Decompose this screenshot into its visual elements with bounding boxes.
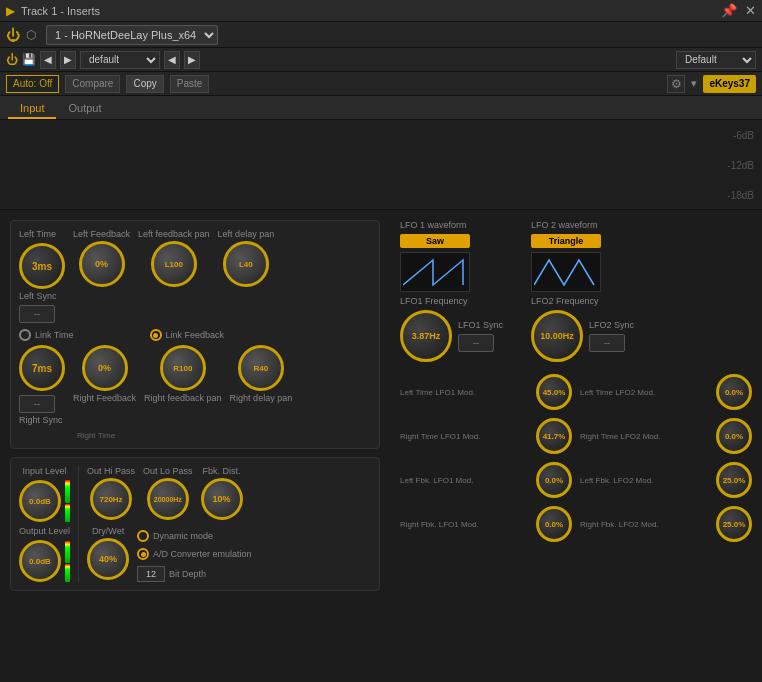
right-feedback-label: Right Feedback [73,393,136,403]
left-sync-label: Left Sync [19,291,57,301]
auto-button[interactable]: Auto: Off [6,75,59,93]
input-level-label: Input Level [23,466,67,476]
tab-output[interactable]: Output [56,99,113,119]
lfo-section: LFO 1 waveform Saw LFO1 Frequency 3.87Hz [400,220,752,362]
right-time-lfo1-knob[interactable]: 41.7% [536,418,572,454]
chevron-icon[interactable]: ▾ [691,77,697,90]
lfo2-waveform-label: LFO 2 waveform [531,220,634,230]
right-time-lfo1-mod: Right Time LFO1 Mod. 41.7% [400,418,572,454]
ekeys-badge[interactable]: eKeys37 [703,75,756,93]
left-feedback-knob[interactable]: 0% [79,241,125,287]
left-time-lfo2-knob[interactable]: 0.0% [716,374,752,410]
paste-button[interactable]: Paste [170,75,210,93]
lfo2-waveform-button[interactable]: Triangle [531,234,601,248]
link-feedback-item[interactable]: Link Feedback [150,329,225,341]
link-feedback-radio[interactable] [150,329,162,341]
lfo1-waveform-label: LFO 1 waveform [400,220,503,230]
save-icon[interactable]: 💾 [22,53,36,66]
link-row: Link Time Link Feedback [19,329,371,341]
mod-matrix: Left Time LFO1 Mod. 45.0% Left Time LFO2… [400,374,752,542]
ad-converter-radio[interactable] [137,548,149,560]
output-level-knob[interactable]: 0.0dB [19,540,61,582]
fbkdist-knob[interactable]: 10% [201,478,243,520]
left-delay-pan-label: Left delay pan [218,229,275,239]
title-bar: ▶ Track 1 - Inserts 📌 ✕ [0,0,762,22]
left-delay-pan-knob[interactable]: L40 [223,241,269,287]
left-time-knob[interactable]: 3ms [19,243,65,289]
power-icon[interactable]: ⏻ [6,27,20,43]
link-time-label: Link Time [35,330,74,340]
left-time-lfo1-knob[interactable]: 45.0% [536,374,572,410]
mode-group: Dynamic mode A/D Converter emulation Bit… [137,530,252,582]
lfo1-waveform-button[interactable]: Saw [400,234,470,248]
right-fbk-lfo1-label: Right Fbk. LFO1 Mod. [400,520,530,529]
gear-button[interactable]: ⚙ [667,75,685,93]
left-fbk-lfo1-knob[interactable]: 0.0% [536,462,572,498]
lfo2-freq-knob[interactable]: 10.00Hz [531,310,583,362]
tab-input[interactable]: Input [8,99,56,119]
link-time-item[interactable]: Link Time [19,329,74,341]
toolbar2: ⏻ 💾 ◀ ▶ default ◀ ▶ Default [0,48,762,72]
left-time-lfo1-mod: Left Time LFO1 Mod. 45.0% [400,374,572,410]
hipass-knob[interactable]: 720Hz [90,478,132,520]
left-sync-display[interactable]: -- [19,305,55,323]
right-feedback-knob[interactable]: 0% [82,345,128,391]
right-delay-pan-knob[interactable]: R40 [238,345,284,391]
prev-preset-button[interactable]: ◀ [40,51,56,69]
copy-button[interactable]: Copy [126,75,163,93]
ad-converter-item[interactable]: A/D Converter emulation [137,548,252,560]
divider1 [78,466,79,582]
power2-icon[interactable]: ⏻ [6,53,18,67]
plugin-select[interactable]: 1 - HoRNetDeeLay Plus_x64 [46,25,218,45]
left-fbk-lfo2-label: Left Fbk. LFO2 Mod. [580,476,710,485]
left-time-group: Left Time 3ms Left Sync -- [19,229,65,323]
meter-db18-label: -18dB [727,190,754,201]
lopass-knob[interactable]: 20000Hz [147,478,189,520]
preset-select-left[interactable]: default [80,51,160,69]
lfo2-freq-row: 10.00Hz LFO2 Sync -- [531,310,634,362]
input-level-group: Input Level 0.0dB Output Level 0.0dB [19,466,70,582]
dynamic-mode-radio[interactable] [137,530,149,542]
lfo2-wf-controls: Triangle [531,234,601,292]
right-time-knob[interactable]: 7ms [19,345,65,391]
right-time-lfo2-mod: Right Time LFO2 Mod. 0.0% [580,418,752,454]
right-panel: LFO 1 waveform Saw LFO1 Frequency 3.87Hz [390,210,762,682]
lfo1-sync-display[interactable]: -- [458,334,494,352]
drywet-knob[interactable]: 40% [87,538,129,580]
lfo1-freq-knob[interactable]: 3.87Hz [400,310,452,362]
delay-section: Left Time 3ms Left Sync -- Left Feedback… [10,220,380,449]
lfo1-group: LFO 1 waveform Saw LFO1 Frequency 3.87Hz [400,220,503,362]
compare-button[interactable]: Compare [65,75,120,93]
filter-group: Out Hi Pass 720Hz Out Lo Pass 20000Hz Fb… [87,466,252,582]
close-button[interactable]: ✕ [745,3,756,18]
right-fbk-pan-knob[interactable]: R100 [160,345,206,391]
right-channel-row: 7ms -- Right Sync 0% Right Feedback R100 [19,345,371,425]
lfo2-sync-display[interactable]: -- [589,334,625,352]
right-feedback-group: 0% Right Feedback [73,345,136,403]
preset-nav-prev[interactable]: ◀ [164,51,180,69]
bit-depth-label: Bit Depth [169,569,206,579]
left-fbk-lfo2-knob[interactable]: 25.0% [716,462,752,498]
dynamic-mode-item[interactable]: Dynamic mode [137,530,252,542]
midi-icon[interactable]: ⬡ [26,28,36,42]
right-time-lfo2-knob[interactable]: 0.0% [716,418,752,454]
pin-icon[interactable]: 📌 [721,3,737,18]
toolbar1: ⏻ ⬡ 1 - HoRNetDeeLay Plus_x64 [0,22,762,48]
preset-nav-next[interactable]: ▶ [184,51,200,69]
row-labels: Right Time [19,431,371,440]
bit-depth-input[interactable] [137,566,165,582]
lfo1-sync-label: LFO1 Sync [458,320,503,330]
input-level-knob[interactable]: 0.0dB [19,480,61,522]
next-preset-button[interactable]: ▶ [60,51,76,69]
lfo1-freq-row: 3.87Hz LFO1 Sync -- [400,310,503,362]
link-time-radio[interactable] [19,329,31,341]
drywet-label: Dry/Wet [92,526,124,536]
right-time-footer-label: Right Time [73,431,119,440]
lfo2-waveform-display [531,252,601,292]
right-fbk-lfo1-knob[interactable]: 0.0% [536,506,572,542]
right-sync-display[interactable]: -- [19,395,55,413]
preset-select-right[interactable]: Default [676,51,756,69]
left-fbk-pan-knob[interactable]: L100 [151,241,197,287]
dynamic-mode-label: Dynamic mode [153,531,213,541]
right-fbk-lfo2-knob[interactable]: 25.0% [716,506,752,542]
